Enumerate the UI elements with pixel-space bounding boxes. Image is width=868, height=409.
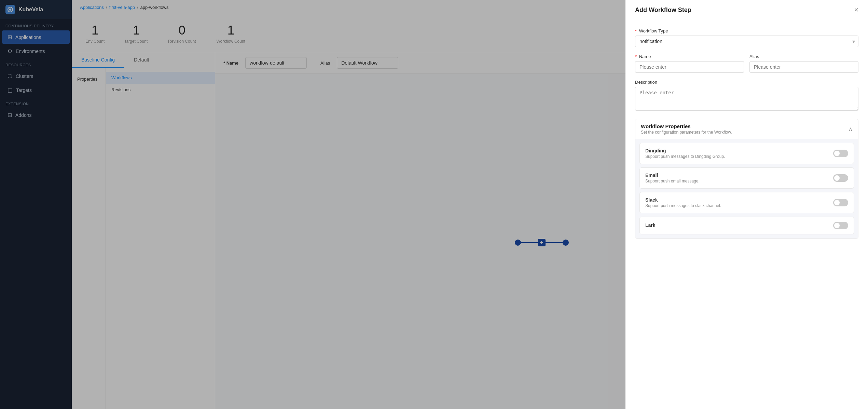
email-toggle[interactable] <box>833 174 848 182</box>
add-workflow-step-modal: Add Workflow Step × * Workflow Type noti… <box>625 0 868 409</box>
workflow-properties-section: Workflow Properties Set the configuratio… <box>635 119 858 239</box>
slack-toggle[interactable] <box>833 199 848 206</box>
alias-label: Alias <box>749 54 858 59</box>
description-label: Description <box>635 80 858 85</box>
modal-header: Add Workflow Step × <box>625 0 868 20</box>
wp-header-content: Workflow Properties Set the configuratio… <box>641 123 732 135</box>
wp-collapse-icon[interactable]: ∧ <box>849 126 853 132</box>
wp-title: Workflow Properties <box>641 123 732 129</box>
slack-title: Slack <box>645 197 721 203</box>
lark-toggle[interactable] <box>833 222 848 229</box>
workflow-type-field: * Workflow Type notification deploy susp… <box>635 28 858 47</box>
description-textarea[interactable] <box>635 87 858 111</box>
dingding-desc: Support push messages to Dingding Group. <box>645 154 725 159</box>
workflow-type-select[interactable]: notification deploy suspend <box>635 36 858 47</box>
alias-input[interactable] <box>749 61 858 73</box>
lark-title: Lark <box>645 222 656 228</box>
name-field: * Name <box>635 54 744 73</box>
dingding-title: Dingding <box>645 148 725 153</box>
workflow-properties-body: Dingding Support push messages to Dingdi… <box>635 139 858 238</box>
description-field: Description <box>635 80 858 112</box>
slack-desc: Support push messages to slack channel. <box>645 203 721 208</box>
modal-title: Add Workflow Step <box>635 6 691 14</box>
email-desc: Support push email message. <box>645 179 700 183</box>
wp-subtitle: Set the configuration parameters for the… <box>641 130 732 135</box>
toggle-dingding: Dingding Support push messages to Dingdi… <box>639 143 854 164</box>
workflow-properties-header[interactable]: Workflow Properties Set the configuratio… <box>635 119 858 139</box>
dingding-toggle[interactable] <box>833 150 848 157</box>
email-title: Email <box>645 173 700 178</box>
workflow-type-label: * Workflow Type <box>635 28 858 33</box>
name-input[interactable] <box>635 61 744 73</box>
workflow-type-select-wrapper: notification deploy suspend ▾ <box>635 36 858 47</box>
name-label: * Name <box>635 54 744 59</box>
name-alias-row: * Name Alias <box>635 54 858 80</box>
alias-field: Alias <box>749 54 858 73</box>
toggle-email: Email Support push email message. <box>639 167 854 189</box>
modal-body: * Workflow Type notification deploy susp… <box>625 20 868 409</box>
toggle-slack: Slack Support push messages to slack cha… <box>639 192 854 213</box>
toggle-lark: Lark <box>639 217 854 234</box>
modal-close-button[interactable]: × <box>854 6 858 14</box>
